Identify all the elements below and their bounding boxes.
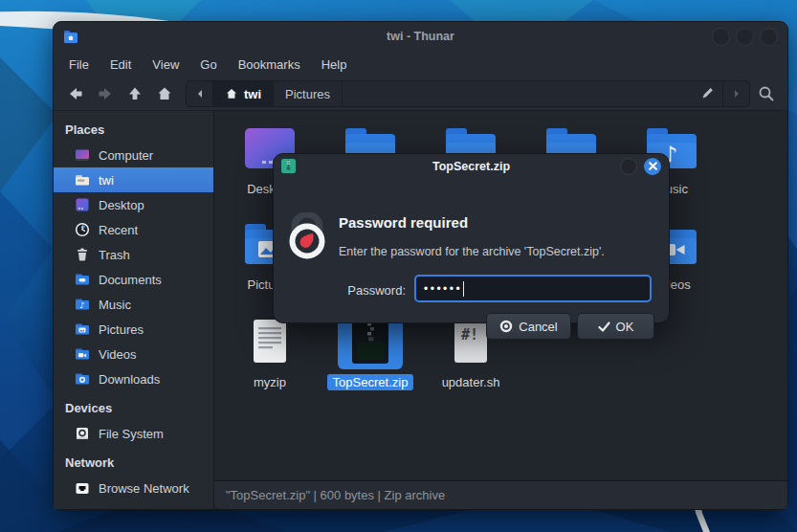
up-icon (126, 85, 144, 102)
pictures-folder-icon (75, 321, 90, 337)
home-icon (156, 85, 173, 102)
file-myzip[interactable]: myzip (222, 314, 318, 390)
sidebar-item-twi[interactable]: twi (54, 167, 213, 192)
sidebar-item-label: twi (99, 173, 114, 188)
password-dialog: TopSecret.zip Password required Enter th… (273, 153, 670, 323)
edit-pencil-icon[interactable] (699, 86, 715, 101)
close-button[interactable] (760, 28, 778, 46)
sidebar-item-browse-network[interactable]: Browse Network (54, 476, 213, 500)
dialog-title: TopSecret.zip (274, 160, 669, 173)
menu-bookmarks[interactable]: Bookmarks (229, 55, 310, 75)
videos-folder-icon (75, 346, 90, 362)
sidebar-item-label: Trash (99, 248, 130, 262)
sidebar-item-documents[interactable]: Documents (54, 267, 213, 292)
sidebar-item-label: Desktop (99, 198, 144, 212)
window-title: twi - Thunar (54, 30, 787, 43)
crumb-label: Pictures (285, 87, 330, 101)
dialog-minimize-button[interactable] (620, 158, 637, 175)
file-topsecret-zip[interactable]: TopSecret.zip (322, 314, 418, 390)
svg-text:♪: ♪ (79, 300, 84, 310)
sidebar-item-pictures[interactable]: Pictures (54, 317, 213, 342)
sidebar-item-downloads[interactable]: Downloads (54, 366, 213, 391)
sidebar-item-trash[interactable]: Trash (54, 242, 213, 267)
path-scroll-right-button[interactable] (722, 81, 749, 106)
status-text: "TopSecret.zip" | 600 bytes | Zip archiv… (226, 488, 445, 502)
password-dots: •••••• (424, 283, 462, 295)
computer-icon (75, 147, 90, 163)
sidebar-item-label: Videos (99, 347, 137, 362)
path-bar: twi Pictures (186, 80, 750, 107)
path-entry-area[interactable] (343, 81, 722, 106)
dialog-close-button[interactable] (644, 158, 661, 175)
home-button[interactable] (150, 81, 178, 107)
music-folder-icon: ♪ (75, 297, 90, 312)
ok-button[interactable]: OK (577, 313, 654, 340)
sidebar-item-label: Documents (99, 273, 162, 287)
forward-icon (97, 85, 114, 102)
menu-file[interactable]: File (59, 55, 99, 75)
dialog-body: Password required Enter the password for… (274, 178, 669, 324)
toolbar: twi Pictures (54, 78, 787, 111)
sidebar-item-music[interactable]: ♪ Music (54, 292, 213, 317)
chevron-right-icon (732, 89, 742, 99)
sidebar-item-recent[interactable]: Recent (54, 217, 213, 242)
check-icon (598, 321, 610, 333)
file-label: updater.sh (436, 374, 506, 390)
menu-help[interactable]: Help (312, 55, 357, 75)
sidebar-item-label: File System (99, 427, 164, 441)
dialog-title-bar[interactable]: TopSecret.zip (274, 154, 669, 178)
sidebar: Places Computer twi (54, 111, 214, 509)
crumb-label: twi (244, 87, 261, 101)
cancel-button[interactable]: Cancel (486, 313, 571, 340)
forward-button[interactable] (91, 81, 119, 107)
chevron-left-icon (195, 89, 205, 99)
title-bar[interactable]: twi - Thunar (54, 22, 787, 51)
crumb-pictures[interactable]: Pictures (274, 81, 343, 106)
password-label: Password: (274, 283, 406, 298)
sidebar-item-file-system[interactable]: File System (54, 421, 213, 446)
dialog-message: Enter the password for the archive 'TopS… (339, 245, 605, 258)
cancel-icon (499, 320, 513, 333)
sidebar-header-network: Network (54, 452, 213, 476)
close-icon (649, 162, 657, 170)
cancel-label: Cancel (519, 320, 557, 334)
home-icon (225, 87, 238, 100)
up-button[interactable] (121, 81, 148, 107)
file-label: myzip (248, 374, 292, 390)
drive-icon (75, 426, 90, 441)
menu-bar: File Edit View Go Bookmarks Help (54, 51, 787, 78)
text-file-icon (246, 319, 294, 365)
sidebar-item-label: Music (99, 298, 131, 312)
clock-icon (75, 222, 90, 237)
minimize-button[interactable] (712, 28, 730, 46)
back-icon (67, 85, 84, 102)
downloads-folder-icon (75, 371, 90, 387)
menu-edit[interactable]: Edit (100, 55, 141, 75)
dialog-heading: Password required (339, 214, 468, 231)
menu-go[interactable]: Go (190, 55, 226, 75)
home-folder-icon (75, 172, 90, 188)
crumb-twi[interactable]: twi (213, 81, 274, 106)
desktop: twi - Thunar File Edit View Go Bookmarks… (0, 0, 797, 532)
sidebar-item-label: Downloads (99, 372, 160, 387)
lock-icon (285, 212, 329, 260)
svg-text:#!: #! (461, 326, 478, 344)
zip-archive-icon (346, 319, 394, 365)
sidebar-item-videos[interactable]: Videos (54, 342, 213, 366)
password-input[interactable]: •••••• (414, 275, 652, 302)
documents-folder-icon (75, 272, 90, 287)
text-caret (463, 281, 464, 297)
sidebar-item-label: Recent (99, 223, 138, 237)
sidebar-item-desktop[interactable]: Desktop (54, 192, 213, 217)
search-button[interactable] (752, 81, 780, 107)
menu-view[interactable]: View (143, 55, 188, 75)
sidebar-item-computer[interactable]: Computer (54, 143, 213, 167)
file-label: TopSecret.zip (327, 374, 414, 390)
network-icon (75, 480, 90, 496)
maximize-button[interactable] (736, 28, 754, 46)
back-button[interactable] (61, 81, 89, 107)
path-scroll-left-button[interactable] (187, 81, 213, 106)
ok-label: OK (616, 320, 634, 334)
desktop-icon (75, 197, 90, 212)
sidebar-header-places: Places (54, 119, 213, 143)
